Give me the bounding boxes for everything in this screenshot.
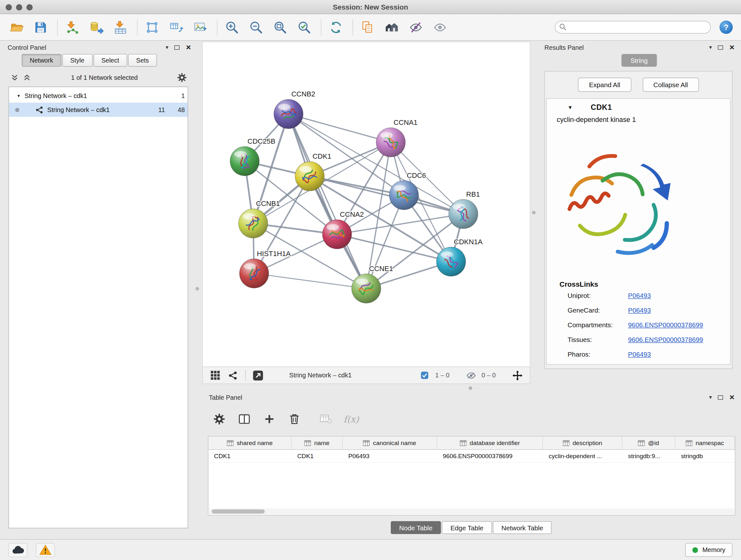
tab-network[interactable]: Network [22, 54, 61, 67]
network-from-selection-button[interactable] [143, 17, 161, 37]
home-views-button[interactable] [383, 17, 401, 37]
tab-style[interactable]: Style [62, 54, 92, 67]
float-panel-icon[interactable]: ▾ [709, 395, 712, 400]
crosslink-value-link[interactable]: P06493 [628, 306, 651, 314]
collapse-all-button[interactable]: Collapse All [643, 78, 698, 91]
export-network-button[interactable] [167, 17, 185, 37]
network-node-ccna1[interactable] [376, 128, 406, 157]
column-header-name[interactable]: name [292, 436, 343, 449]
network-node-ccnb1[interactable] [239, 209, 268, 238]
network-view[interactable]: CCNB2CCNA1CDC25BCDK1CDC6RB1CCNB1CCNA2CDK… [202, 42, 530, 367]
collapse-section-icon[interactable]: ▼ [568, 105, 573, 110]
tab-node-table[interactable]: Node Table [391, 521, 441, 534]
import-table-from-file-button[interactable] [111, 17, 129, 37]
network-node-cdc6[interactable] [389, 180, 419, 210]
copy-document-button[interactable] [359, 17, 377, 37]
crosslink-value-link[interactable]: 9606.ENSP00000378699 [628, 321, 703, 328]
network-node-ccnb2[interactable] [274, 99, 303, 129]
network-node-ccne1[interactable] [352, 274, 381, 303]
selected-checkbox-icon[interactable] [418, 369, 431, 382]
warnings-button[interactable] [36, 543, 55, 557]
tab-select[interactable]: Select [93, 54, 127, 67]
splitter-handle-icon[interactable] [469, 386, 472, 389]
close-panel-icon[interactable]: × [730, 393, 735, 401]
column-header-shared-name[interactable]: shared name [208, 436, 292, 449]
zoom-in-button[interactable] [223, 17, 241, 37]
network-node-cdk1[interactable] [295, 162, 325, 191]
help-button[interactable]: ? [718, 19, 733, 35]
network-collection-row[interactable]: ▾String Network – cdk11 [9, 88, 188, 103]
scrollbar-thumb[interactable] [212, 509, 265, 513]
maximize-panel-icon[interactable] [718, 45, 723, 49]
show-columns-button[interactable] [237, 412, 252, 427]
hide-items-button[interactable] [407, 17, 425, 37]
crosslink-value-link[interactable]: P06493 [628, 292, 651, 299]
network-node-rb1[interactable] [449, 199, 478, 229]
search-input[interactable] [555, 21, 711, 34]
tree-collapse-all-button[interactable] [9, 72, 21, 83]
maximize-panel-icon[interactable] [175, 45, 180, 49]
hidden-eye-slash-icon[interactable] [465, 369, 478, 382]
import-network-from-database-button[interactable] [87, 17, 105, 37]
tab-edge-table[interactable]: Edge Table [442, 521, 492, 534]
tree-expander-icon[interactable]: ▾ [17, 93, 20, 98]
column-header--id[interactable]: @id [622, 436, 675, 449]
crosslink-value-link[interactable]: 9606.ENSP00000378699 [628, 335, 703, 343]
delete-table-button[interactable] [319, 412, 333, 427]
splitter-handle-icon[interactable] [196, 287, 199, 290]
network-row[interactable]: String Network – cdk11148 [9, 103, 188, 117]
table-row[interactable]: CDK1CDK1P064939606.ENSP00000378699cyclin… [208, 450, 735, 462]
close-window-button[interactable] [6, 4, 12, 10]
splitter-handle-icon[interactable] [532, 211, 535, 214]
network-node-hist1h1a[interactable] [239, 259, 269, 288]
zoom-fit-button[interactable] [271, 17, 289, 37]
close-panel-icon[interactable]: × [186, 43, 191, 52]
column-header-namespac[interactable]: namespac [675, 436, 735, 449]
network-edge[interactable] [288, 114, 366, 289]
open-in-new-window-icon[interactable] [252, 369, 265, 382]
network-node-ccna2[interactable] [322, 220, 352, 249]
open-session-button[interactable] [8, 17, 25, 37]
memory-button[interactable]: Memory [685, 543, 733, 557]
maximize-panel-icon[interactable] [718, 395, 723, 399]
network-node-cdc25b[interactable] [230, 146, 259, 176]
tree-expand-all-button[interactable] [21, 72, 33, 83]
show-items-button[interactable] [431, 17, 449, 37]
tab-sets[interactable]: Sets [128, 54, 157, 67]
network-edge[interactable] [254, 273, 366, 288]
function-builder-button[interactable]: f(x) [344, 412, 359, 427]
network-edge[interactable] [310, 176, 463, 214]
delete-column-button[interactable] [287, 412, 302, 427]
crosslink-value-link[interactable]: P06493 [628, 350, 651, 358]
column-header-description[interactable]: description [543, 436, 623, 449]
refresh-view-button[interactable] [327, 17, 345, 37]
network-canvas[interactable]: CCNB2CCNA1CDC25BCDK1CDC6RB1CCNB1CCNA2CDK… [203, 42, 530, 367]
network-share-icon[interactable] [226, 369, 239, 382]
float-panel-icon[interactable]: ▾ [165, 44, 169, 50]
table-options-gear-button[interactable] [212, 412, 226, 427]
minimize-window-button[interactable] [16, 4, 22, 10]
protein-card-header: ▼ CDK1 [547, 99, 730, 116]
zoom-selected-button[interactable] [295, 17, 313, 37]
network-node-cdkn1a[interactable] [436, 247, 466, 276]
save-session-button[interactable] [31, 17, 50, 37]
horizontal-scrollbar[interactable] [209, 509, 735, 515]
cloud-status-button[interactable] [9, 543, 27, 557]
column-header-canonical-name[interactable]: canonical name [343, 436, 437, 449]
close-panel-icon[interactable]: × [730, 43, 735, 52]
fit-crosshair-icon[interactable] [511, 369, 524, 382]
network-edge[interactable] [288, 114, 391, 142]
expand-all-button[interactable]: Expand All [578, 78, 631, 91]
zoom-out-button[interactable] [247, 17, 265, 37]
column-header-database-identifier[interactable]: database identifier [437, 436, 543, 449]
float-panel-icon[interactable]: ▾ [709, 44, 712, 50]
zoom-window-button[interactable] [26, 4, 32, 10]
grid-view-icon[interactable] [208, 369, 221, 382]
add-column-button[interactable] [262, 412, 277, 427]
network-options-gear-button[interactable] [176, 72, 188, 83]
tab-string[interactable]: String [621, 54, 657, 67]
import-network-from-file-button[interactable] [63, 17, 81, 37]
tab-network-table[interactable]: Network Table [493, 521, 552, 534]
network-tree: ▾String Network – cdk11String Network – … [9, 86, 188, 528]
export-image-button[interactable] [192, 17, 209, 37]
